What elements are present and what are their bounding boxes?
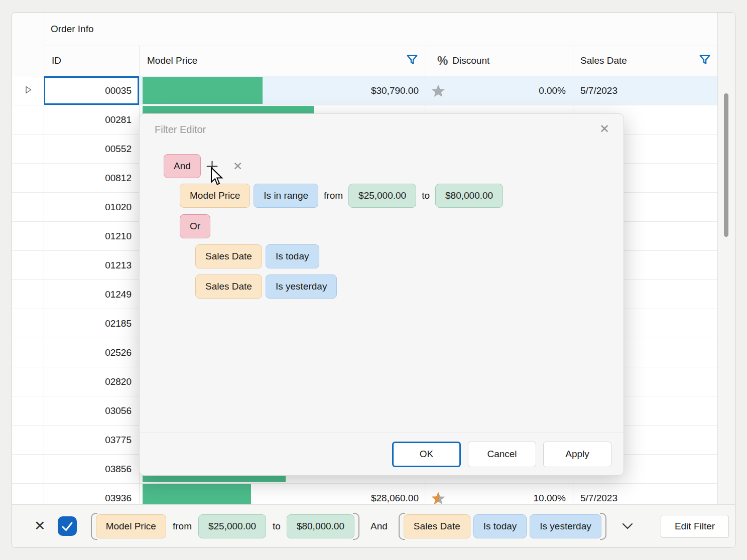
checkmark-icon bbox=[58, 517, 77, 536]
condition-row-today: Sales Date Is today bbox=[195, 244, 319, 268]
expand-arrow-icon[interactable] bbox=[23, 84, 34, 97]
close-icon[interactable]: ✕ bbox=[599, 123, 609, 135]
group-operator-and[interactable]: And bbox=[164, 154, 201, 178]
condition-row-price: Model Price Is in range from $25,000.00 … bbox=[180, 184, 503, 208]
filter-funnel-icon[interactable] bbox=[406, 53, 419, 68]
date-cell[interactable]: 5/7/2023 bbox=[573, 484, 717, 504]
condition-operator-chip[interactable]: Is yesterday bbox=[266, 274, 337, 299]
price-bar bbox=[143, 484, 251, 504]
mouse-cursor bbox=[210, 167, 224, 189]
close-bracket bbox=[600, 513, 606, 540]
price-bar bbox=[143, 77, 263, 104]
filter-chip-field[interactable]: Sales Date bbox=[404, 514, 470, 538]
scrollbar-track[interactable] bbox=[718, 13, 735, 504]
column-divider bbox=[44, 13, 44, 504]
id-cell[interactable]: 02526 bbox=[44, 338, 139, 367]
close-filter-icon[interactable]: ✕ bbox=[34, 519, 46, 533]
row-expand-cell[interactable] bbox=[12, 367, 44, 396]
row-expand-cell[interactable] bbox=[12, 484, 44, 504]
chevron-down-icon[interactable] bbox=[621, 522, 634, 530]
filter-chip-operator[interactable]: Is yesterday bbox=[530, 514, 601, 538]
id-cell[interactable]: 02185 bbox=[44, 309, 139, 338]
row-expand-cell[interactable] bbox=[12, 396, 44, 425]
remove-group-icon[interactable]: ✕ bbox=[233, 161, 242, 172]
row-expand-cell[interactable] bbox=[12, 105, 44, 134]
header-divider bbox=[12, 76, 735, 76]
table-row[interactable]: 03936$28,060.0010.00%5/7/2023 bbox=[12, 484, 717, 504]
id-cell[interactable]: 01210 bbox=[44, 222, 139, 250]
id-cell[interactable]: 03056 bbox=[44, 396, 139, 425]
column-header-discount-label: Discount bbox=[452, 55, 489, 66]
cancel-button[interactable]: Cancel bbox=[468, 442, 536, 467]
table-row[interactable]: 00035$30,790.000.00%5/7/2023 bbox=[12, 76, 717, 105]
discount-value: 10.00% bbox=[534, 484, 566, 504]
row-expand-cell[interactable] bbox=[12, 426, 44, 454]
percent-icon: % bbox=[437, 54, 448, 68]
to-label: to bbox=[422, 190, 430, 201]
price-value: $30,790.00 bbox=[371, 76, 419, 105]
dialog-title: Filter Editor bbox=[155, 124, 206, 135]
filter-from-label: from bbox=[173, 521, 192, 532]
filter-chip-value[interactable]: $80,000.00 bbox=[287, 514, 354, 538]
filter-to-label: to bbox=[273, 521, 281, 532]
row-expand-cell[interactable] bbox=[12, 164, 44, 192]
condition-value-chip[interactable]: $25,000.00 bbox=[348, 184, 416, 208]
row-expand-cell[interactable] bbox=[12, 280, 44, 309]
edit-filter-button[interactable]: Edit Filter bbox=[661, 515, 729, 538]
id-cell[interactable]: 00812 bbox=[44, 164, 139, 192]
row-expand-cell[interactable] bbox=[12, 455, 44, 483]
condition-operator-chip[interactable]: Is in range bbox=[254, 184, 318, 208]
price-cell[interactable]: $28,060.00 bbox=[139, 484, 425, 504]
filter-and-label: And bbox=[370, 521, 388, 532]
close-bracket bbox=[353, 513, 359, 540]
row-expand-cell[interactable] bbox=[12, 222, 44, 250]
row-expand-cell[interactable] bbox=[12, 76, 44, 105]
id-cell[interactable]: 01020 bbox=[44, 193, 139, 221]
column-header-date-label: Sales Date bbox=[580, 55, 627, 66]
column-header-model-price[interactable]: Model Price bbox=[139, 46, 425, 76]
column-header-discount[interactable]: % Discount bbox=[425, 46, 573, 76]
column-header-price-label: Model Price bbox=[147, 55, 197, 66]
id-cell[interactable]: 03775 bbox=[44, 426, 139, 454]
apply-button[interactable]: Apply bbox=[543, 442, 611, 467]
id-cell[interactable]: 01213 bbox=[44, 251, 139, 279]
id-cell[interactable]: 03856 bbox=[44, 455, 139, 483]
filter-chip-value[interactable]: $25,000.00 bbox=[198, 514, 266, 538]
id-cell[interactable]: 01249 bbox=[44, 280, 139, 309]
condition-row-yesterday: Sales Date Is yesterday bbox=[195, 274, 337, 299]
filter-chip-field[interactable]: Model Price bbox=[96, 514, 166, 538]
column-header-id-label: ID bbox=[52, 55, 61, 66]
scrollbar-thumb[interactable] bbox=[724, 93, 728, 237]
filter-enabled-checkbox[interactable] bbox=[58, 516, 77, 536]
row-expand-cell[interactable] bbox=[12, 193, 44, 221]
price-cell[interactable]: $30,790.00 bbox=[139, 76, 425, 105]
discount-cell[interactable]: 0.00% bbox=[425, 76, 573, 105]
star-gray-icon bbox=[431, 83, 446, 98]
id-cell[interactable]: 00552 bbox=[44, 134, 139, 163]
grid-header: Order Info ID Model Price % Discount Sal… bbox=[12, 13, 735, 76]
date-cell[interactable]: 5/7/2023 bbox=[573, 76, 717, 105]
id-cell[interactable]: 02820 bbox=[44, 367, 139, 396]
row-expand-cell[interactable] bbox=[12, 309, 44, 338]
row-expand-cell[interactable] bbox=[12, 338, 44, 367]
id-cell[interactable]: 00281 bbox=[44, 105, 139, 134]
ok-button[interactable]: OK bbox=[392, 442, 461, 467]
filter-chip-operator[interactable]: Is today bbox=[473, 514, 527, 538]
column-header-sales-date[interactable]: Sales Date bbox=[573, 46, 717, 76]
condition-field-chip[interactable]: Sales Date bbox=[195, 244, 262, 268]
discount-cell[interactable]: 10.00% bbox=[425, 484, 573, 504]
group-operator-or[interactable]: Or bbox=[180, 214, 210, 238]
column-header-id[interactable]: ID bbox=[44, 46, 139, 76]
id-cell[interactable]: 03936 bbox=[44, 484, 139, 504]
screen: Order Info ID Model Price % Discount Sal… bbox=[0, 0, 747, 560]
discount-value: 0.00% bbox=[539, 76, 566, 105]
condition-field-chip[interactable]: Sales Date bbox=[195, 274, 262, 299]
filter-funnel-icon[interactable] bbox=[698, 53, 711, 68]
price-value: $28,060.00 bbox=[371, 484, 419, 504]
row-expand-cell[interactable] bbox=[12, 251, 44, 279]
condition-value-chip[interactable]: $80,000.00 bbox=[435, 184, 503, 208]
condition-operator-chip[interactable]: Is today bbox=[266, 244, 319, 268]
id-cell[interactable]: 00035 bbox=[44, 76, 139, 105]
row-expand-cell[interactable] bbox=[12, 134, 44, 163]
band-header-order-info: Order Info bbox=[51, 13, 94, 46]
